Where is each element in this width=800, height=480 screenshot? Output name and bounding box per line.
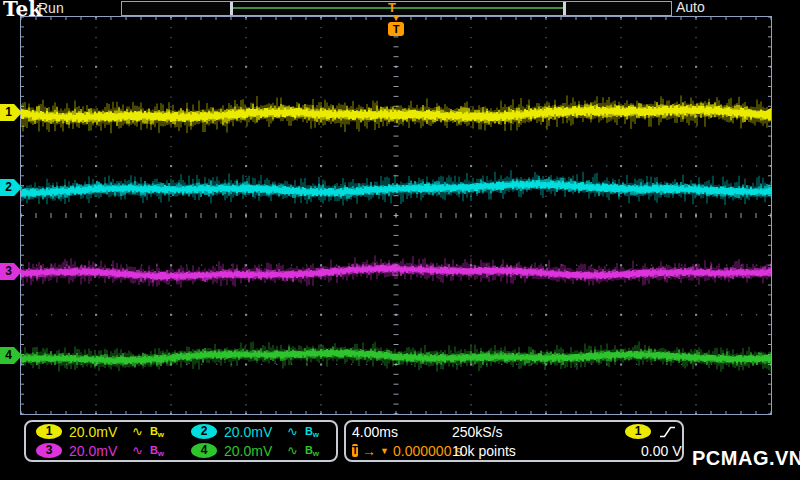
sine-coupling-icon: ∿: [287, 424, 298, 439]
arrow-right-icon: →: [362, 443, 376, 459]
record-length-readout: 10k points: [452, 443, 597, 459]
arrow-down-icon: ▼: [392, 14, 401, 22]
trigger-position-flag: ▼ T: [386, 14, 406, 36]
arrow-down-icon: ▼: [380, 446, 389, 456]
ch4-readout: 4 20.0mV ∿ Bw: [181, 443, 336, 459]
ch3-badge: 3: [36, 443, 62, 458]
sine-coupling-icon: ∿: [132, 424, 143, 439]
waveform-display: [21, 17, 771, 414]
watermark: PCMAG.VN: [692, 447, 800, 470]
trigger-position-readout: T→▼0.000000 s: [352, 443, 452, 459]
graticule: [20, 16, 772, 415]
ch3-scale: 20.0mV: [69, 443, 121, 459]
ch2-scale: 20.0mV: [224, 424, 276, 440]
trigger-t-icon: T: [388, 22, 404, 36]
trigger-mode-label: Auto: [676, 0, 705, 15]
oscilloscope-screen: Tek Run T Auto ▼ T 1 2 3 4 1 20.0mV ∿ Bw…: [0, 0, 800, 480]
acquisition-status: Run: [38, 0, 64, 16]
trigger-source-readout: 1: [597, 424, 681, 439]
channel-readouts: 1 20.0mV ∿ Bw 2 20.0mV ∿ Bw 3 20.0mV ∿ B…: [24, 420, 338, 462]
trigger-level-readout: 0.00 V: [597, 443, 681, 459]
horizontal-trigger-readouts: 4.00ms 250kS/s 1 T→▼0.000000 s 10k point…: [344, 420, 684, 462]
bandwidth-limit-icon: Bw: [305, 425, 319, 439]
ch1-badge: 1: [36, 424, 62, 439]
window-start-bracket: [230, 2, 233, 15]
ch1-scale: 20.0mV: [69, 424, 121, 440]
ch3-readout: 3 20.0mV ∿ Bw: [26, 443, 181, 459]
bandwidth-limit-icon: Bw: [150, 425, 164, 439]
ch2-badge: 2: [191, 424, 217, 439]
ch4-badge: 4: [191, 443, 217, 458]
sine-coupling-icon: ∿: [132, 443, 143, 458]
ch1-position-marker: 1: [0, 104, 22, 121]
ch1-readout: 1 20.0mV ∿ Bw: [26, 424, 181, 440]
ch4-position-marker: 4: [0, 347, 22, 364]
trigger-source-badge: 1: [625, 424, 651, 439]
ch2-readout: 2 20.0mV ∿ Bw: [181, 424, 336, 440]
record-window-segment: [232, 7, 565, 9]
time-scale-readout: 4.00ms: [352, 424, 452, 440]
ch1-marker-label: 1: [5, 105, 12, 119]
ch2-position-marker: 2: [0, 179, 22, 196]
bandwidth-limit-icon: Bw: [305, 444, 319, 458]
sample-rate-readout: 250kS/s: [452, 424, 597, 440]
ch2-marker-label: 2: [5, 180, 12, 194]
ch3-marker-label: 3: [5, 264, 12, 278]
bandwidth-limit-icon: Bw: [150, 444, 164, 458]
ch3-position-marker: 3: [0, 263, 22, 280]
window-end-bracket: [563, 2, 566, 15]
sine-coupling-icon: ∿: [287, 443, 298, 458]
ch4-scale: 20.0mV: [224, 443, 276, 459]
ch4-marker-label: 4: [5, 348, 12, 362]
trigger-t-icon: T: [352, 444, 358, 457]
rising-edge-icon: [659, 425, 676, 439]
